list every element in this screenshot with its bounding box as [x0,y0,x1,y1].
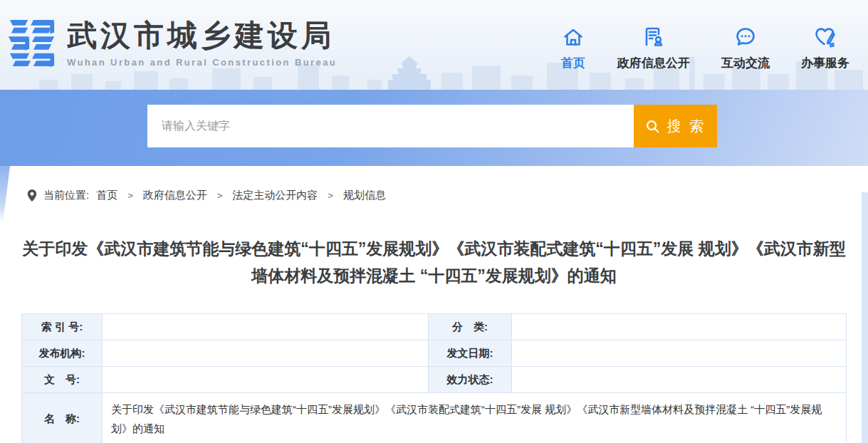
page: 武汉市城乡建设局 Wuhan Urban and Rural Construct… [0,0,868,443]
map-pin-icon [27,189,37,202]
search-input[interactable] [147,105,634,147]
meta-label-issuing-agency: 发布机构: [22,340,103,367]
table-row: 发布机构: 发文日期: [22,340,847,367]
nav-label: 政府信息公开 [617,55,690,71]
magnifier-icon [645,119,660,134]
nav-item-interaction[interactable]: 互动交流 [721,24,770,71]
nav-item-gov-info-disclosure[interactable]: 政府信息公开 [617,24,690,71]
table-row: 索 引 号: 分 类: [22,314,847,340]
breadcrumb-prefix: 当前位置: [43,189,89,202]
meta-label-index-number: 索 引 号: [22,314,103,340]
meta-value-doc-number [103,367,429,393]
breadcrumb-item-statutory-disclosure[interactable]: 法定主动公开内容 [232,189,318,202]
meta-label-doc-number: 文 号: [22,367,103,393]
meta-value-name: 关于印发《武汉市建筑节能与绿色建筑“十四五”发展规划》《武汉市装配式建筑“十四五… [103,393,847,443]
document-title: 关于印发《武汉市建筑节能与绿色建筑“十四五”发展规划》《武汉市装配式建筑“十四五… [19,235,849,289]
meta-value-index-number [103,314,429,340]
document-meta-table: 索 引 号: 分 类: 发布机构: 发文日期: 文 号: 效力状态: 名 称: … [21,313,847,443]
chat-bubble-icon [733,24,758,50]
breadcrumb-item-home[interactable]: 首页 [96,189,117,202]
document-stamp-icon [641,24,666,50]
table-row: 名 称: 关于印发《武汉市建筑节能与绿色建筑“十四五”发展规划》《武汉市装配式建… [22,393,847,443]
site-logo[interactable]: 武汉市城乡建设局 Wuhan Urban and Rural Construct… [7,17,337,70]
meta-label-name: 名 称: [22,393,103,443]
search-button-label: 搜 索 [667,117,706,136]
site-header: 武汉市城乡建设局 Wuhan Urban and Rural Construct… [0,0,868,90]
meta-label-validity-status: 效力状态: [429,367,512,393]
search-bar: 搜 索 [147,105,717,147]
top-navigation: 首页 政府信息公开 互 [560,24,849,71]
meta-value-validity-status [512,367,847,393]
site-subtitle-en: Wuhan Urban and Rural Construction Burea… [67,57,337,68]
table-row: 文 号: 效力状态: [22,367,847,393]
meta-value-issue-date [512,340,847,367]
meta-label-issue-date: 发文日期: [429,340,512,367]
logo-text: 武汉市城乡建设局 Wuhan Urban and Rural Construct… [67,17,337,68]
meta-value-category [512,314,847,340]
meta-label-category: 分 类: [429,314,512,340]
heart-pen-icon [812,24,838,50]
scrollbar-track[interactable] [862,192,868,443]
site-title: 武汉市城乡建设局 [67,17,337,54]
breadcrumb-separator: > [217,190,223,201]
nav-label: 互动交流 [721,55,770,71]
meta-value-issuing-agency [103,340,429,367]
breadcrumb-separator: > [328,190,333,201]
breadcrumb-item-gov-info[interactable]: 政府信息公开 [143,189,207,202]
breadcrumb-separator: > [127,190,133,201]
search-button[interactable]: 搜 索 [634,105,717,147]
bureau-logo-icon [7,19,57,70]
nav-item-services[interactable]: 办事服务 [801,24,849,71]
nav-item-home[interactable]: 首页 [560,24,586,71]
banner-edge-decoration [0,166,10,223]
breadcrumb-item-planning-info[interactable]: 规划信息 [343,189,386,202]
home-icon [560,24,586,50]
nav-label: 办事服务 [801,55,849,71]
nav-label: 首页 [561,55,585,71]
breadcrumb: 当前位置: 首页 > 政府信息公开 > 法定主动公开内容 > 规划信息 [27,189,386,202]
